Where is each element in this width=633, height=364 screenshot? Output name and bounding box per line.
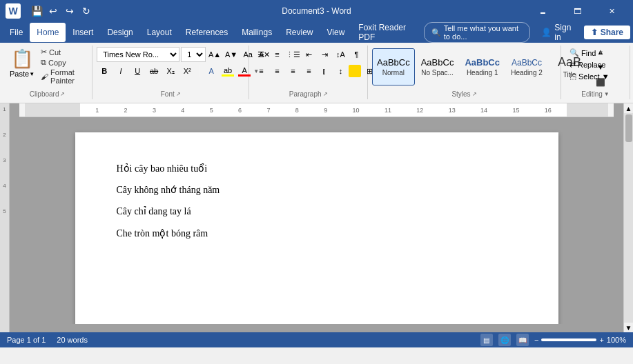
italic-button[interactable]: I: [113, 63, 128, 79]
replace-button[interactable]: ⇄ Replace: [565, 59, 614, 70]
font-name-select[interactable]: Times New Ro...: [97, 47, 179, 62]
menu-layout[interactable]: Layout: [140, 23, 179, 42]
maximize-button[interactable]: 🗖: [561, 0, 593, 22]
scroll-up-arrow[interactable]: ▲: [624, 103, 634, 113]
paragraph-controls: ☰ ≡ ⋮☰ ⇤ ⇥ ↕A ¶ ≡ ≡ ≡ ≡ ⫿ ↕ ⊞ ▼: [253, 47, 383, 89]
zoom-level: 100%: [607, 336, 626, 344]
superscript-button[interactable]: X²: [179, 63, 195, 79]
scroll-thumb[interactable]: [625, 114, 632, 142]
copy-button[interactable]: ⧉ Copy: [39, 57, 88, 68]
sign-in-button[interactable]: 👤 Sign in: [536, 21, 578, 43]
clipboard-expand-icon[interactable]: ↗: [60, 91, 65, 97]
styles-expand-icon[interactable]: ↗: [472, 91, 477, 97]
highlight-button[interactable]: ab: [220, 63, 235, 79]
menu-view[interactable]: View: [320, 23, 352, 42]
columns-button[interactable]: ⫿: [317, 63, 332, 79]
find-button[interactable]: 🔍 Find ▼: [565, 47, 614, 59]
multilevel-button[interactable]: ⋮☰: [285, 47, 300, 62]
menu-design[interactable]: Design: [100, 23, 139, 42]
shading-button[interactable]: [349, 65, 361, 77]
zoom-slider[interactable]: [541, 338, 596, 341]
style-normal[interactable]: AaBbCc Normal: [372, 48, 415, 85]
paragraph-expand-icon[interactable]: ↗: [323, 91, 328, 97]
print-layout-button[interactable]: ▤: [480, 334, 493, 346]
style-heading1[interactable]: AaBbCc Heading 1: [460, 48, 505, 85]
styles-group: AaBbCc Normal AaBbCc No Spac... AaBbCc H…: [368, 46, 561, 99]
close-button[interactable]: ✕: [596, 0, 627, 22]
tell-me-label: Tell me what you want to do...: [444, 24, 523, 41]
document-page[interactable]: Hỏi cây bao nhiêu tuổi Cây không nhớ thá…: [75, 132, 558, 324]
web-layout-button[interactable]: 🌐: [498, 334, 511, 346]
editing-group: 🔍 Find ▼ ⇄ Replace ⬚ Select ▼ Editing ▼: [561, 46, 630, 99]
menu-foxit[interactable]: Foxit Reader PDF: [351, 23, 424, 42]
share-button[interactable]: ⬆ Share: [584, 26, 630, 39]
select-button[interactable]: ⬚ Select ▼: [565, 70, 614, 82]
menu-insert[interactable]: Insert: [66, 23, 100, 42]
person-icon: 👤: [541, 28, 552, 37]
align-center-button[interactable]: ≡: [269, 63, 284, 79]
main-area: 1 2 3 4 5 12345678910111213141516 Hỏi câ…: [0, 103, 633, 332]
scroll-track[interactable]: [624, 113, 633, 323]
menu-bar-right: 🔍 Tell me what you want to do... 👤 Sign …: [424, 21, 630, 43]
style-no-spacing[interactable]: AaBbCc No Spac...: [416, 48, 459, 85]
menu-home[interactable]: Home: [30, 23, 66, 42]
document-area: 12345678910111213141516 Hỏi cây bao nhiê…: [10, 103, 623, 332]
cut-button[interactable]: ✂ Cut: [39, 47, 88, 57]
text-effects-button[interactable]: A: [204, 63, 219, 79]
align-left-button[interactable]: ≡: [253, 63, 269, 79]
font-row2: B I U ab X₂ X² A ab: [97, 63, 272, 79]
quick-access-toolbar: 💾 ↩ ↪ ↻: [30, 5, 92, 17]
style-heading2[interactable]: AaBbCc Heading 2: [506, 48, 547, 85]
find-dropdown[interactable]: ▼: [598, 50, 603, 56]
style-h1-preview: AaBbCc: [465, 57, 500, 68]
read-mode-button[interactable]: 📖: [516, 334, 529, 346]
menu-mailings[interactable]: Mailings: [235, 23, 279, 42]
undo-icon[interactable]: ↩: [47, 5, 59, 17]
ruler-right-margin: [567, 103, 608, 117]
line-spacing-button[interactable]: ↕: [333, 63, 348, 79]
subscript-button[interactable]: X₂: [163, 63, 178, 79]
menu-bar: File Home Insert Design Layout Reference…: [0, 22, 633, 43]
paste-button[interactable]: 📋 Paste▼: [7, 47, 37, 79]
show-hide-button[interactable]: ¶: [349, 47, 364, 62]
editing-expand-icon[interactable]: ▼: [604, 91, 610, 97]
font-expand-icon[interactable]: ↗: [176, 91, 181, 97]
numbering-button[interactable]: ≡: [269, 47, 284, 62]
strikethrough-button[interactable]: ab: [146, 63, 162, 79]
underline-button[interactable]: U: [130, 63, 145, 79]
redo-icon[interactable]: ↪: [64, 5, 76, 17]
decrease-indent-button[interactable]: ⇤: [301, 47, 316, 62]
align-right-button[interactable]: ≡: [285, 63, 300, 79]
para-row2: ≡ ≡ ≡ ≡ ⫿ ↕ ⊞ ▼: [253, 63, 383, 79]
justify-button[interactable]: ≡: [301, 63, 316, 79]
format-painter-button[interactable]: 🖌 Format Painter: [39, 68, 88, 85]
share-icon: ⬆: [591, 28, 598, 37]
decrease-font-button[interactable]: A▼: [224, 47, 239, 62]
status-right: ▤ 🌐 📖 − + 100%: [480, 334, 626, 346]
font-size-select[interactable]: 14: [181, 47, 206, 62]
increase-indent-button[interactable]: ⇥: [317, 47, 332, 62]
menu-file[interactable]: File: [3, 23, 30, 42]
sort-button[interactable]: ↕A: [333, 47, 348, 62]
font-group: Times New Ro... 14 A▲ A▼ Aa A✕ B I U ab …: [92, 46, 249, 99]
repeat-icon[interactable]: ↻: [80, 5, 92, 17]
bold-button[interactable]: B: [97, 63, 112, 79]
paste-label: Paste▼: [10, 70, 35, 78]
ruler-left-margin: [25, 103, 80, 117]
bullets-button[interactable]: ☰: [253, 47, 269, 62]
minimize-button[interactable]: 🗕: [527, 0, 558, 22]
doc-line-4: Che tròn một bóng râm: [117, 225, 517, 242]
paragraph-group: ☰ ≡ ⋮☰ ⇤ ⇥ ↕A ¶ ≡ ≡ ≡ ≡ ⫿ ↕ ⊞ ▼: [249, 46, 368, 99]
tell-me-input[interactable]: 🔍 Tell me what you want to do...: [424, 22, 531, 43]
window-controls: 🗕 🗖 ✕: [527, 0, 627, 22]
increase-font-button[interactable]: A▲: [207, 47, 222, 62]
zoom-plus[interactable]: +: [599, 336, 603, 344]
save-icon[interactable]: 💾: [30, 5, 43, 17]
scroll-down-arrow[interactable]: ▼: [624, 323, 634, 332]
word-count: 20 words: [57, 336, 88, 344]
zoom-minus[interactable]: −: [534, 336, 538, 344]
menu-review[interactable]: Review: [279, 23, 320, 42]
page-wrapper: Hỏi cây bao nhiêu tuổi Cây không nhớ thá…: [10, 125, 623, 324]
menu-references[interactable]: References: [179, 23, 235, 42]
vertical-ruler: 1 2 3 4 5: [0, 103, 10, 332]
